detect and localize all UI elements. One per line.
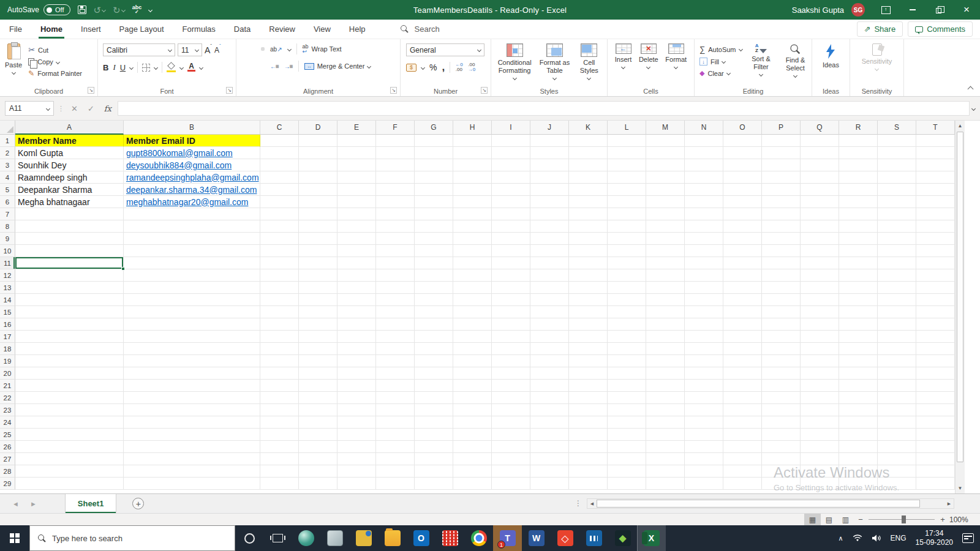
cell-F21[interactable] — [376, 380, 415, 392]
cell-Q10[interactable] — [801, 245, 839, 257]
cell-G20[interactable] — [415, 367, 453, 380]
cell-T16[interactable] — [916, 318, 955, 331]
cell-S18[interactable] — [878, 343, 916, 355]
cell-A29[interactable] — [15, 478, 124, 490]
cell-G2[interactable] — [415, 147, 453, 159]
cell-H7[interactable] — [453, 208, 492, 220]
red-diamond-app-icon[interactable]: ◇ — [551, 525, 579, 551]
cell-K28[interactable] — [569, 465, 608, 478]
cell-F2[interactable] — [376, 147, 415, 159]
cell-N27[interactable] — [685, 453, 723, 465]
cell-D27[interactable] — [299, 453, 337, 465]
cell-R5[interactable] — [839, 184, 878, 196]
cell-J16[interactable] — [530, 318, 569, 331]
cell-G27[interactable] — [415, 453, 453, 465]
cell-I4[interactable] — [492, 171, 530, 184]
cell-E8[interactable] — [337, 220, 376, 233]
delete-dropdown-icon[interactable] — [646, 65, 650, 69]
cell-F15[interactable] — [376, 306, 415, 318]
row-header-13[interactable]: 13 — [0, 282, 15, 294]
cell-C7[interactable] — [260, 208, 299, 220]
cell-C23[interactable] — [260, 404, 299, 416]
cell-D22[interactable] — [299, 392, 337, 404]
cell-D12[interactable] — [299, 269, 337, 282]
cell-M20[interactable] — [646, 367, 685, 380]
column-header-G[interactable]: G — [415, 121, 453, 135]
cell-O19[interactable] — [723, 355, 762, 367]
cell-G28[interactable] — [415, 465, 453, 478]
cell-H11[interactable] — [453, 257, 492, 269]
cell-O2[interactable] — [723, 147, 762, 159]
cell-P13[interactable] — [762, 282, 801, 294]
cell-T9[interactable] — [916, 233, 955, 245]
cell-H24[interactable] — [453, 416, 492, 429]
row-header-26[interactable]: 26 — [0, 441, 15, 453]
cell-F26[interactable] — [376, 441, 415, 453]
cell-T27[interactable] — [916, 453, 955, 465]
cell-Q25[interactable] — [801, 429, 839, 441]
teams-app-icon[interactable]: T1 — [493, 525, 522, 551]
cell-I17[interactable] — [492, 331, 530, 343]
cell-M24[interactable] — [646, 416, 685, 429]
cell-S21[interactable] — [878, 380, 916, 392]
cell-T6[interactable] — [916, 196, 955, 208]
tab-insert[interactable]: Insert — [72, 20, 110, 39]
cell-R12[interactable] — [839, 269, 878, 282]
cell-R11[interactable] — [839, 257, 878, 269]
presentation-app-icon[interactable] — [579, 525, 608, 551]
clear-dropdown-icon[interactable] — [726, 71, 731, 75]
cell-L28[interactable] — [608, 465, 646, 478]
cell-S25[interactable] — [878, 429, 916, 441]
cell-M3[interactable] — [646, 159, 685, 171]
row-header-28[interactable]: 28 — [0, 465, 15, 478]
cell-T5[interactable] — [916, 184, 955, 196]
column-header-P[interactable]: P — [762, 121, 801, 135]
cell-O8[interactable] — [723, 220, 762, 233]
excel-app-icon[interactable]: X — [637, 525, 666, 551]
cell-C27[interactable] — [260, 453, 299, 465]
cell-E25[interactable] — [337, 429, 376, 441]
cell-L3[interactable] — [608, 159, 646, 171]
cell-E5[interactable] — [337, 184, 376, 196]
cell-B11[interactable] — [124, 257, 260, 269]
cell-I1[interactable] — [492, 135, 530, 147]
cell-K21[interactable] — [569, 380, 608, 392]
row-header-9[interactable]: 9 — [0, 233, 15, 245]
row-header-7[interactable]: 7 — [0, 208, 15, 220]
italic-button[interactable]: I — [113, 62, 115, 72]
cell-T11[interactable] — [916, 257, 955, 269]
cell-F9[interactable] — [376, 233, 415, 245]
cell-F8[interactable] — [376, 220, 415, 233]
word-app-icon[interactable]: W — [522, 525, 551, 551]
cell-I12[interactable] — [492, 269, 530, 282]
cell-E4[interactable] — [337, 171, 376, 184]
cell-T25[interactable] — [916, 429, 955, 441]
cell-B27[interactable] — [124, 453, 260, 465]
cell-C15[interactable] — [260, 306, 299, 318]
cell-K18[interactable] — [569, 343, 608, 355]
row-header-3[interactable]: 3 — [0, 159, 15, 171]
cell-H19[interactable] — [453, 355, 492, 367]
cell-D4[interactable] — [299, 171, 337, 184]
cell-K16[interactable] — [569, 318, 608, 331]
cell-E10[interactable] — [337, 245, 376, 257]
cancel-icon[interactable]: ✕ — [71, 104, 78, 113]
cell-G4[interactable] — [415, 171, 453, 184]
column-header-R[interactable]: R — [839, 121, 878, 135]
cell-B2[interactable]: gupt8800komal@gmail.com — [124, 147, 260, 159]
row-header-17[interactable]: 17 — [0, 331, 15, 343]
cell-J20[interactable] — [530, 367, 569, 380]
cell-N18[interactable] — [685, 343, 723, 355]
cell-T18[interactable] — [916, 343, 955, 355]
cell-R13[interactable] — [839, 282, 878, 294]
format-dropdown-icon[interactable] — [674, 65, 678, 69]
cell-N21[interactable] — [685, 380, 723, 392]
cell-O23[interactable] — [723, 404, 762, 416]
cell-F10[interactable] — [376, 245, 415, 257]
tab-splitter-handle[interactable]: ⋮ — [575, 499, 582, 508]
cell-J6[interactable] — [530, 196, 569, 208]
row-header-16[interactable]: 16 — [0, 318, 15, 331]
cell-J13[interactable] — [530, 282, 569, 294]
cell-K9[interactable] — [569, 233, 608, 245]
cell-K5[interactable] — [569, 184, 608, 196]
